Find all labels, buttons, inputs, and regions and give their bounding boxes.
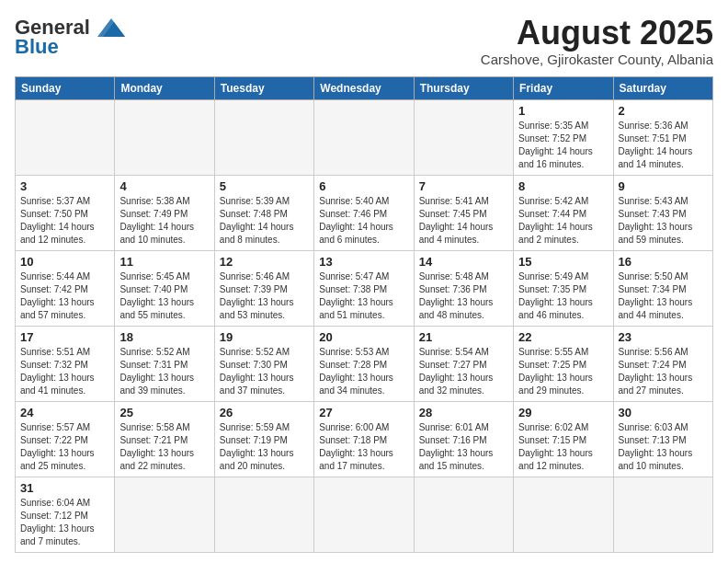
- calendar-cell: 18Sunrise: 5:52 AM Sunset: 7:31 PM Dayli…: [115, 326, 214, 401]
- day-info: Sunrise: 6:00 AM Sunset: 7:18 PM Dayligh…: [319, 421, 408, 473]
- day-info: Sunrise: 5:42 AM Sunset: 7:44 PM Dayligh…: [518, 195, 608, 247]
- day-number: 27: [319, 406, 408, 419]
- calendar-cell: 12Sunrise: 5:46 AM Sunset: 7:39 PM Dayli…: [214, 250, 313, 326]
- logo-icon: [94, 15, 129, 40]
- day-number: 30: [619, 406, 708, 419]
- calendar-week-row: 1Sunrise: 5:35 AM Sunset: 7:52 PM Daylig…: [16, 99, 713, 175]
- day-number: 9: [619, 179, 708, 193]
- day-number: 8: [518, 179, 608, 193]
- day-info: Sunrise: 5:58 AM Sunset: 7:21 PM Dayligh…: [119, 421, 209, 473]
- day-number: 2: [619, 104, 708, 118]
- day-number: 6: [319, 179, 408, 193]
- day-number: 26: [220, 406, 309, 419]
- calendar-cell: [115, 99, 214, 175]
- day-number: 3: [20, 179, 109, 193]
- calendar-cell: 30Sunrise: 6:03 AM Sunset: 7:13 PM Dayli…: [613, 401, 712, 477]
- day-number: 18: [119, 330, 209, 344]
- day-info: Sunrise: 5:45 AM Sunset: 7:40 PM Dayligh…: [119, 270, 209, 322]
- calendar-cell: 28Sunrise: 6:01 AM Sunset: 7:16 PM Dayli…: [414, 401, 513, 477]
- calendar-cell: 23Sunrise: 5:56 AM Sunset: 7:24 PM Dayli…: [613, 326, 712, 401]
- calendar-cell: 5Sunrise: 5:39 AM Sunset: 7:48 PM Daylig…: [214, 175, 313, 250]
- month-year: August 2025: [481, 15, 713, 52]
- day-info: Sunrise: 5:38 AM Sunset: 7:49 PM Dayligh…: [119, 195, 209, 247]
- calendar-cell: 29Sunrise: 6:02 AM Sunset: 7:15 PM Dayli…: [514, 401, 613, 477]
- calendar-cell: [314, 477, 414, 552]
- calendar-cell: 1Sunrise: 5:35 AM Sunset: 7:52 PM Daylig…: [514, 99, 613, 175]
- day-info: Sunrise: 5:50 AM Sunset: 7:34 PM Dayligh…: [619, 270, 708, 322]
- day-info: Sunrise: 6:01 AM Sunset: 7:16 PM Dayligh…: [419, 421, 508, 473]
- calendar-cell: [414, 99, 513, 175]
- calendar-cell: [314, 99, 414, 175]
- day-number: 23: [619, 330, 708, 344]
- day-number: 31: [20, 481, 109, 495]
- calendar-cell: [115, 477, 214, 552]
- day-info: Sunrise: 5:37 AM Sunset: 7:50 PM Dayligh…: [20, 195, 109, 247]
- day-number: 7: [419, 179, 508, 193]
- day-of-week-header: Tuesday: [214, 76, 313, 99]
- day-info: Sunrise: 5:51 AM Sunset: 7:32 PM Dayligh…: [20, 346, 109, 397]
- day-number: 21: [419, 330, 508, 344]
- calendar-cell: 22Sunrise: 5:55 AM Sunset: 7:25 PM Dayli…: [514, 326, 613, 401]
- day-info: Sunrise: 5:46 AM Sunset: 7:39 PM Dayligh…: [220, 270, 309, 322]
- calendar-week-row: 24Sunrise: 5:57 AM Sunset: 7:22 PM Dayli…: [16, 401, 713, 477]
- calendar: SundayMondayTuesdayWednesdayThursdayFrid…: [15, 76, 713, 553]
- day-number: 17: [20, 330, 109, 344]
- day-number: 20: [319, 330, 408, 344]
- calendar-cell: [214, 477, 313, 552]
- day-info: Sunrise: 6:03 AM Sunset: 7:13 PM Dayligh…: [619, 421, 708, 473]
- day-of-week-header: Saturday: [613, 76, 712, 99]
- day-number: 11: [119, 255, 209, 269]
- day-number: 19: [220, 330, 309, 344]
- day-of-week-header: Wednesday: [314, 76, 414, 99]
- calendar-cell: 8Sunrise: 5:42 AM Sunset: 7:44 PM Daylig…: [514, 175, 613, 250]
- day-info: Sunrise: 5:55 AM Sunset: 7:25 PM Dayligh…: [518, 346, 608, 397]
- calendar-header-row: SundayMondayTuesdayWednesdayThursdayFrid…: [16, 76, 713, 99]
- day-info: Sunrise: 5:43 AM Sunset: 7:43 PM Dayligh…: [619, 195, 708, 247]
- calendar-cell: 11Sunrise: 5:45 AM Sunset: 7:40 PM Dayli…: [115, 250, 214, 326]
- calendar-cell: [214, 99, 313, 175]
- day-of-week-header: Friday: [514, 76, 613, 99]
- location: Carshove, Gjirokaster County, Albania: [481, 52, 713, 67]
- day-number: 5: [220, 179, 309, 193]
- calendar-cell: [613, 477, 712, 552]
- day-info: Sunrise: 5:53 AM Sunset: 7:28 PM Dayligh…: [319, 346, 408, 397]
- day-info: Sunrise: 5:59 AM Sunset: 7:19 PM Dayligh…: [220, 421, 309, 473]
- calendar-cell: 4Sunrise: 5:38 AM Sunset: 7:49 PM Daylig…: [115, 175, 214, 250]
- day-number: 25: [119, 406, 209, 419]
- calendar-cell: 17Sunrise: 5:51 AM Sunset: 7:32 PM Dayli…: [16, 326, 115, 401]
- day-info: Sunrise: 5:54 AM Sunset: 7:27 PM Dayligh…: [419, 346, 508, 397]
- day-info: Sunrise: 5:57 AM Sunset: 7:22 PM Dayligh…: [20, 421, 109, 473]
- day-info: Sunrise: 5:41 AM Sunset: 7:45 PM Dayligh…: [419, 195, 508, 247]
- calendar-cell: 15Sunrise: 5:49 AM Sunset: 7:35 PM Dayli…: [514, 250, 613, 326]
- calendar-cell: 2Sunrise: 5:36 AM Sunset: 7:51 PM Daylig…: [613, 99, 712, 175]
- calendar-cell: 19Sunrise: 5:52 AM Sunset: 7:30 PM Dayli…: [214, 326, 313, 401]
- day-number: 29: [518, 406, 608, 419]
- calendar-cell: 16Sunrise: 5:50 AM Sunset: 7:34 PM Dayli…: [613, 250, 712, 326]
- title-area: August 2025 Carshove, Gjirokaster County…: [481, 15, 713, 67]
- calendar-cell: [514, 477, 613, 552]
- calendar-cell: 6Sunrise: 5:40 AM Sunset: 7:46 PM Daylig…: [314, 175, 414, 250]
- calendar-cell: 21Sunrise: 5:54 AM Sunset: 7:27 PM Dayli…: [414, 326, 513, 401]
- calendar-week-row: 31Sunrise: 6:04 AM Sunset: 7:12 PM Dayli…: [16, 477, 713, 552]
- calendar-cell: 20Sunrise: 5:53 AM Sunset: 7:28 PM Dayli…: [314, 326, 414, 401]
- day-info: Sunrise: 5:36 AM Sunset: 7:51 PM Dayligh…: [619, 120, 708, 171]
- calendar-week-row: 17Sunrise: 5:51 AM Sunset: 7:32 PM Dayli…: [16, 326, 713, 401]
- day-info: Sunrise: 5:56 AM Sunset: 7:24 PM Dayligh…: [619, 346, 708, 397]
- calendar-cell: 7Sunrise: 5:41 AM Sunset: 7:45 PM Daylig…: [414, 175, 513, 250]
- day-number: 28: [419, 406, 508, 419]
- logo-blue: Blue: [15, 35, 59, 59]
- day-number: 22: [518, 330, 608, 344]
- day-info: Sunrise: 5:47 AM Sunset: 7:38 PM Dayligh…: [319, 270, 408, 322]
- calendar-week-row: 10Sunrise: 5:44 AM Sunset: 7:42 PM Dayli…: [16, 250, 713, 326]
- day-info: Sunrise: 5:52 AM Sunset: 7:30 PM Dayligh…: [220, 346, 309, 397]
- logo: General Blue: [15, 15, 129, 59]
- day-info: Sunrise: 5:35 AM Sunset: 7:52 PM Dayligh…: [518, 120, 608, 171]
- day-number: 10: [20, 255, 109, 269]
- calendar-cell: 3Sunrise: 5:37 AM Sunset: 7:50 PM Daylig…: [16, 175, 115, 250]
- calendar-cell: 10Sunrise: 5:44 AM Sunset: 7:42 PM Dayli…: [16, 250, 115, 326]
- calendar-cell: [414, 477, 513, 552]
- calendar-cell: 26Sunrise: 5:59 AM Sunset: 7:19 PM Dayli…: [214, 401, 313, 477]
- day-info: Sunrise: 6:04 AM Sunset: 7:12 PM Dayligh…: [20, 497, 109, 548]
- calendar-cell: [16, 99, 115, 175]
- day-info: Sunrise: 5:52 AM Sunset: 7:31 PM Dayligh…: [119, 346, 209, 397]
